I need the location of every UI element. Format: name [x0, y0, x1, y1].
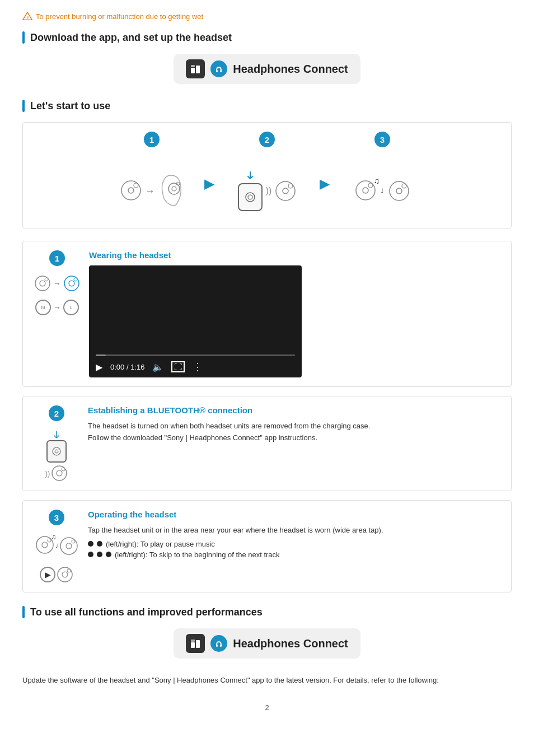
- detail-section-1: 1 → M → L Wearing the headset: [22, 241, 512, 387]
- heading-bar: [22, 31, 25, 44]
- detail-2-right: Establishing a BLUETOOTH® connection The…: [88, 405, 500, 482]
- detail-3-tap-text: Tap the headset unit or in the area near…: [88, 525, 500, 536]
- svg-point-13: [246, 193, 255, 202]
- svg-point-42: [62, 572, 68, 577]
- detail-1-illus-top: →: [34, 275, 80, 292]
- bullet-2-text: (left/right): To skip to the beginning o…: [115, 550, 280, 559]
- video-volume-icon[interactable]: 🔈: [152, 362, 163, 372]
- update-text: Update the software of the headset and "…: [22, 674, 512, 687]
- steps-overview-row: 1 →: [22, 122, 512, 228]
- detail-2-text1: The headset is turned on when both heads…: [88, 421, 500, 432]
- app-store-icon: [186, 59, 205, 78]
- bullet-row-1: (left/right): To play or pause music: [88, 540, 500, 548]
- charging-case-icon: [238, 183, 263, 211]
- svg-point-39: [66, 543, 72, 549]
- lets-start-text: Let's start to use: [30, 100, 110, 112]
- detail-1-left: 1 → M → L: [34, 250, 80, 377]
- svg-point-40: [72, 540, 75, 543]
- video-fullscreen-icon[interactable]: ⛶: [171, 361, 185, 372]
- download-heading-text: Download the app, and set up the headset: [30, 32, 232, 44]
- detail-1-title: Wearing the headset: [89, 250, 500, 260]
- detail-section-3: 3 ♫ ♩ ▶: [22, 500, 512, 592]
- app-badge-top: Headphones Connect: [174, 54, 360, 84]
- all-functions-bar: [22, 606, 25, 618]
- svg-rect-46: [191, 640, 195, 642]
- svg-point-19: [363, 188, 368, 193]
- video-progress-bar[interactable]: [96, 354, 295, 356]
- svg-point-20: [368, 183, 373, 188]
- svg-point-43: [67, 569, 71, 572]
- warning-text: To prevent burning or malfunction due to…: [36, 12, 203, 21]
- step2-badge: 2: [259, 132, 275, 147]
- svg-point-9: [134, 183, 138, 188]
- headphones-connect-logo: [210, 60, 227, 77]
- detail-3-badge: 3: [49, 510, 64, 525]
- dot-1a: [88, 541, 93, 547]
- detail-1-illus-bot: M → L: [35, 300, 79, 315]
- svg-point-30: [53, 447, 60, 455]
- dot-2b: [97, 552, 102, 557]
- step-overview-2: 2 )): [217, 132, 317, 219]
- svg-point-36: [42, 542, 48, 548]
- svg-point-26: [45, 278, 48, 281]
- dot-2a: [88, 552, 93, 557]
- svg-rect-49: [220, 645, 222, 647]
- video-player[interactable]: ▶ 0:00 / 1:16 🔈 ⛶ ⋮: [89, 265, 302, 377]
- download-heading: Download the app, and set up the headset: [22, 31, 512, 44]
- svg-point-17: [288, 184, 293, 188]
- video-more-icon[interactable]: ⋮: [193, 361, 202, 373]
- svg-point-29: [74, 278, 77, 281]
- step3-image: ♫ ♩: [338, 163, 427, 219]
- svg-point-22: [396, 188, 402, 194]
- all-functions-heading: To use all functions and improved perfor…: [22, 606, 512, 618]
- step1-image: →: [107, 163, 196, 219]
- svg-point-8: [128, 188, 134, 193]
- svg-point-38: [60, 538, 77, 554]
- svg-point-4: [214, 64, 223, 73]
- svg-rect-45: [196, 640, 200, 648]
- step1-badge: 1: [144, 132, 160, 147]
- detail-1-badge: 1: [49, 250, 65, 266]
- svg-rect-3: [191, 65, 195, 67]
- arrow-1-2: ▶: [204, 176, 214, 192]
- video-time: 0:00 / 1:16: [110, 363, 144, 371]
- detail-2-title: Establishing a BLUETOOTH® connection: [88, 405, 500, 415]
- dot-2c: [106, 552, 111, 557]
- arrow-2-3: ▶: [320, 176, 330, 192]
- video-controls: ▶ 0:00 / 1:16 🔈 ⛶ ⋮: [96, 361, 295, 373]
- svg-point-16: [283, 188, 288, 194]
- warning-icon: !: [22, 11, 32, 21]
- warning-row: ! To prevent burning or malfunction due …: [22, 11, 512, 21]
- svg-rect-2: [196, 66, 200, 73]
- svg-point-25: [40, 281, 45, 286]
- svg-point-34: [62, 468, 65, 471]
- svg-point-28: [69, 281, 74, 286]
- svg-rect-1: [191, 68, 195, 73]
- detail-3-left: 3 ♫ ♩ ▶: [34, 510, 79, 583]
- detail-2-badge: 2: [49, 405, 64, 421]
- app-store-icon-2: [186, 634, 205, 653]
- app-badge-text-top: Headphones Connect: [233, 63, 348, 76]
- page-number: 2: [22, 703, 512, 712]
- svg-rect-5: [216, 70, 218, 72]
- video-play-button[interactable]: ▶: [96, 362, 102, 372]
- detail-1-right: Wearing the headset ▶ 0:00 / 1:16 🔈 ⛶ ⋮: [89, 250, 500, 377]
- svg-point-37: [48, 539, 51, 542]
- step-overview-3: 3 ♫ ♩: [332, 132, 433, 219]
- svg-point-35: [36, 536, 53, 553]
- bottom-section: To use all functions and improved perfor…: [22, 606, 512, 687]
- svg-point-11: [172, 186, 176, 191]
- detail-3-title: Operating the headset: [88, 510, 500, 519]
- headphones-connect-logo-2: [210, 635, 227, 652]
- step-overview-1: 1 →: [101, 132, 202, 219]
- svg-rect-6: [220, 70, 222, 72]
- svg-point-14: [248, 195, 252, 199]
- detail-3-right: Operating the headset Tap the headset un…: [88, 510, 500, 583]
- app-badge-text-bottom: Headphones Connect: [233, 637, 348, 650]
- svg-point-47: [214, 639, 223, 648]
- svg-point-33: [57, 470, 62, 476]
- detail-2-illus: )): [45, 431, 68, 482]
- detail-section-2: 2 )): [22, 396, 512, 491]
- detail-2-text2: Follow the downloaded "Sony | Headphones…: [88, 432, 500, 444]
- step3-badge: 3: [374, 132, 390, 147]
